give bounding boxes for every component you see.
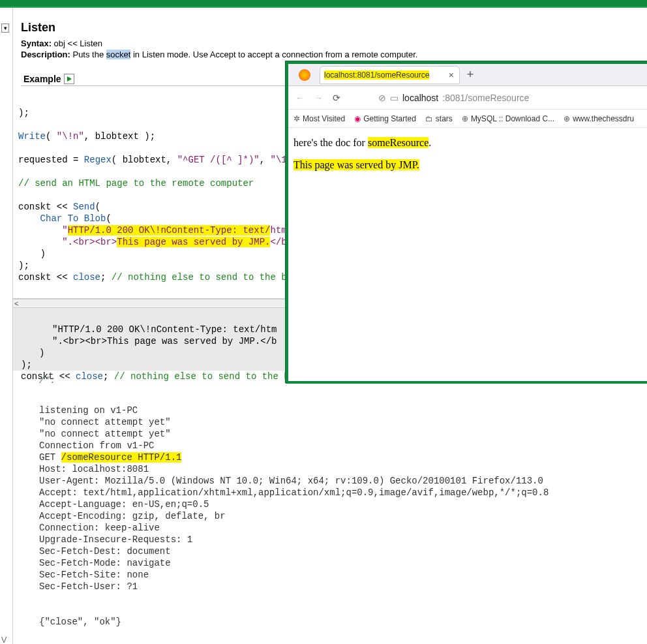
output-log[interactable]: listening on v1-PC "no connect attempt y… (13, 389, 647, 644)
bookmark-stars[interactable]: 🗀stars (425, 114, 453, 123)
description-line: Description: Puts the socket in Listen m… (21, 50, 639, 59)
bookmark-most-visited[interactable]: ✲Most Visited (293, 114, 345, 123)
folder-icon: 🗀 (425, 114, 433, 123)
firefox-icon (299, 69, 310, 81)
forward-icon[interactable]: → (313, 93, 324, 103)
app-title-bar (0, 0, 647, 8)
content-line-2: This page was served by JMP. (293, 159, 643, 171)
tab-close-icon[interactable]: × (447, 70, 455, 80)
run-script-icon[interactable] (64, 74, 74, 84)
description-text-after: in Listen mode. Use Accept to accept a c… (130, 50, 417, 59)
page-info-icon: ▭ (390, 93, 399, 103)
content-line-1: here's the doc for someResource. (293, 137, 643, 149)
gear-icon: ✲ (293, 114, 300, 123)
bookmark-getting-started[interactable]: ◉Getting Started (354, 114, 416, 123)
bookmark-mysql[interactable]: ⊕MySQL :: Download C... (462, 114, 554, 123)
globe-icon: ⊕ (462, 114, 468, 123)
address-bar[interactable]: ⊘ ▭ localhost:8081/someResource (350, 93, 642, 103)
syntax-line: Syntax: obj << Listen (21, 38, 639, 48)
shield-icon: ⊘ (378, 93, 386, 103)
browser-window[interactable]: localhost:8081/someResource × + ← → ⟳ ⊘ … (286, 61, 647, 384)
left-gutter: ▾ ⋁ (0, 8, 13, 644)
description-highlight: socket (106, 50, 131, 59)
reload-icon[interactable]: ⟳ (331, 93, 342, 103)
description-label: Description: (21, 50, 70, 59)
back-icon[interactable]: ← (295, 93, 305, 103)
syntax-value: obj << Listen (54, 38, 102, 48)
description-text-before: Puts the (72, 50, 106, 59)
nav-bar: ← → ⟳ ⊘ ▭ localhost:8081/someResource (288, 86, 647, 110)
page-title: Listen (21, 21, 639, 35)
syntax-label: Syntax: (21, 38, 52, 48)
url-host: localhost (402, 93, 438, 103)
tab-strip: localhost:8081/someResource × + (288, 64, 647, 86)
globe-icon: ⊕ (564, 114, 570, 123)
firefox-small-icon: ◉ (354, 114, 361, 123)
new-tab-button[interactable]: + (462, 67, 478, 83)
vertical-scroll-marker[interactable]: ⋁ (1, 636, 7, 643)
bookmarks-bar: ✲Most Visited ◉Getting Started 🗀stars ⊕M… (288, 110, 647, 128)
url-path: :8081/someResource (442, 93, 529, 103)
browser-tab[interactable]: localhost:8081/someResource × (320, 66, 460, 84)
bookmark-chess[interactable]: ⊕www.thechessdru (564, 114, 634, 123)
tab-title: localhost:8081/someResource (324, 70, 429, 80)
example-label: Example (23, 74, 61, 84)
gutter-dropdown-icon[interactable]: ▾ (1, 23, 9, 33)
browser-page-content: here's the doc for someResource. This pa… (288, 128, 647, 381)
